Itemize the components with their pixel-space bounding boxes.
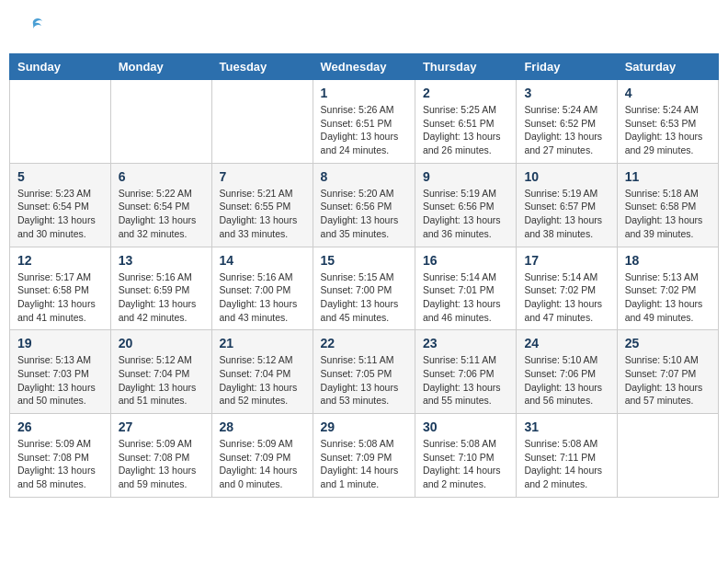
calendar-cell: 17Sunrise: 5:14 AM Sunset: 7:02 PM Dayli…	[517, 247, 617, 330]
calendar-cell	[10, 80, 111, 164]
day-number: 29	[321, 419, 407, 434]
calendar-cell: 16Sunrise: 5:14 AM Sunset: 7:01 PM Dayli…	[415, 247, 516, 330]
day-number: 23	[423, 336, 508, 350]
day-number: 6	[119, 169, 204, 184]
day-info: Sunrise: 5:08 AM Sunset: 7:10 PM Dayligh…	[423, 437, 508, 491]
calendar-week-row: 26Sunrise: 5:09 AM Sunset: 7:08 PM Dayli…	[10, 414, 719, 498]
day-number: 21	[220, 336, 305, 350]
day-info: Sunrise: 5:24 AM Sunset: 6:53 PM Dayligh…	[625, 103, 711, 157]
day-number: 30	[423, 419, 508, 434]
day-number: 7	[220, 169, 305, 184]
day-info: Sunrise: 5:10 AM Sunset: 7:06 PM Dayligh…	[524, 353, 609, 408]
day-info: Sunrise: 5:09 AM Sunset: 7:09 PM Dayligh…	[220, 437, 305, 491]
day-header-monday: Monday	[110, 54, 211, 80]
day-info: Sunrise: 5:26 AM Sunset: 6:51 PM Dayligh…	[321, 103, 407, 157]
day-info: Sunrise: 5:25 AM Sunset: 6:51 PM Dayligh…	[423, 103, 508, 157]
calendar-cell: 4Sunrise: 5:24 AM Sunset: 6:53 PM Daylig…	[617, 80, 718, 164]
day-info: Sunrise: 5:24 AM Sunset: 6:52 PM Dayligh…	[524, 103, 609, 157]
day-number: 3	[524, 86, 609, 100]
day-info: Sunrise: 5:16 AM Sunset: 6:59 PM Dayligh…	[119, 270, 204, 325]
day-number: 14	[220, 253, 305, 268]
day-info: Sunrise: 5:16 AM Sunset: 7:00 PM Dayligh…	[220, 270, 305, 325]
day-number: 31	[524, 419, 609, 434]
day-number: 20	[119, 336, 204, 350]
day-info: Sunrise: 5:13 AM Sunset: 7:02 PM Dayligh…	[625, 270, 711, 325]
day-header-friday: Friday	[517, 54, 617, 80]
day-info: Sunrise: 5:08 AM Sunset: 7:09 PM Dayligh…	[321, 437, 407, 491]
calendar-cell: 27Sunrise: 5:09 AM Sunset: 7:08 PM Dayli…	[110, 414, 211, 498]
day-info: Sunrise: 5:11 AM Sunset: 7:05 PM Dayligh…	[321, 353, 407, 408]
day-number: 22	[321, 336, 407, 350]
day-info: Sunrise: 5:19 AM Sunset: 6:56 PM Dayligh…	[423, 187, 508, 241]
day-number: 12	[17, 253, 103, 268]
day-header-thursday: Thursday	[415, 54, 516, 80]
day-number: 11	[625, 169, 711, 184]
day-info: Sunrise: 5:09 AM Sunset: 7:08 PM Dayligh…	[17, 437, 103, 491]
calendar-cell: 9Sunrise: 5:19 AM Sunset: 6:56 PM Daylig…	[415, 163, 516, 247]
day-header-sunday: Sunday	[10, 54, 111, 80]
day-info: Sunrise: 5:20 AM Sunset: 6:56 PM Dayligh…	[321, 187, 407, 241]
calendar-cell: 24Sunrise: 5:10 AM Sunset: 7:06 PM Dayli…	[517, 330, 617, 414]
day-info: Sunrise: 5:23 AM Sunset: 6:54 PM Dayligh…	[17, 187, 103, 241]
calendar-week-row: 5Sunrise: 5:23 AM Sunset: 6:54 PM Daylig…	[10, 163, 719, 247]
calendar-cell: 22Sunrise: 5:11 AM Sunset: 7:05 PM Dayli…	[313, 330, 415, 414]
day-header-wednesday: Wednesday	[313, 54, 415, 80]
day-info: Sunrise: 5:19 AM Sunset: 6:57 PM Dayligh…	[524, 187, 609, 241]
day-number: 18	[625, 253, 711, 268]
calendar-cell: 1Sunrise: 5:26 AM Sunset: 6:51 PM Daylig…	[313, 80, 415, 164]
page-header	[9, 9, 719, 44]
day-info: Sunrise: 5:11 AM Sunset: 7:06 PM Dayligh…	[423, 353, 508, 408]
day-number: 28	[220, 419, 305, 434]
calendar-week-row: 12Sunrise: 5:17 AM Sunset: 6:58 PM Dayli…	[10, 247, 719, 330]
day-info: Sunrise: 5:14 AM Sunset: 7:02 PM Dayligh…	[524, 270, 609, 325]
day-number: 4	[625, 86, 711, 100]
calendar-cell: 5Sunrise: 5:23 AM Sunset: 6:54 PM Daylig…	[10, 163, 111, 247]
calendar-cell: 29Sunrise: 5:08 AM Sunset: 7:09 PM Dayli…	[313, 414, 415, 498]
calendar-cell: 7Sunrise: 5:21 AM Sunset: 6:55 PM Daylig…	[211, 163, 313, 247]
logo	[18, 14, 46, 40]
calendar-cell: 3Sunrise: 5:24 AM Sunset: 6:52 PM Daylig…	[517, 80, 617, 164]
calendar-cell: 2Sunrise: 5:25 AM Sunset: 6:51 PM Daylig…	[415, 80, 516, 164]
calendar-cell: 31Sunrise: 5:08 AM Sunset: 7:11 PM Dayli…	[517, 414, 617, 498]
calendar-cell: 23Sunrise: 5:11 AM Sunset: 7:06 PM Dayli…	[415, 330, 516, 414]
calendar-cell: 25Sunrise: 5:10 AM Sunset: 7:07 PM Dayli…	[617, 330, 718, 414]
day-info: Sunrise: 5:21 AM Sunset: 6:55 PM Dayligh…	[220, 187, 305, 241]
day-info: Sunrise: 5:09 AM Sunset: 7:08 PM Dayligh…	[119, 437, 204, 491]
day-info: Sunrise: 5:18 AM Sunset: 6:58 PM Dayligh…	[625, 187, 711, 241]
calendar-cell: 6Sunrise: 5:22 AM Sunset: 6:54 PM Daylig…	[110, 163, 211, 247]
day-number: 13	[119, 253, 204, 268]
calendar-cell: 15Sunrise: 5:15 AM Sunset: 7:00 PM Dayli…	[313, 247, 415, 330]
day-number: 8	[321, 169, 407, 184]
calendar-week-row: 1Sunrise: 5:26 AM Sunset: 6:51 PM Daylig…	[10, 80, 719, 164]
day-number: 9	[423, 169, 508, 184]
calendar-cell: 26Sunrise: 5:09 AM Sunset: 7:08 PM Dayli…	[10, 414, 111, 498]
calendar-cell: 8Sunrise: 5:20 AM Sunset: 6:56 PM Daylig…	[313, 163, 415, 247]
calendar-cell: 13Sunrise: 5:16 AM Sunset: 6:59 PM Dayli…	[110, 247, 211, 330]
day-number: 15	[321, 253, 407, 268]
calendar-cell	[617, 414, 718, 498]
day-number: 5	[17, 169, 103, 184]
day-number: 1	[321, 86, 407, 100]
day-info: Sunrise: 5:08 AM Sunset: 7:11 PM Dayligh…	[524, 437, 609, 491]
calendar-cell: 11Sunrise: 5:18 AM Sunset: 6:58 PM Dayli…	[617, 163, 718, 247]
calendar-table: SundayMondayTuesdayWednesdayThursdayFrid…	[9, 53, 719, 498]
day-info: Sunrise: 5:15 AM Sunset: 7:00 PM Dayligh…	[321, 270, 407, 325]
day-number: 16	[423, 253, 508, 268]
day-number: 27	[119, 419, 204, 434]
calendar-header-row: SundayMondayTuesdayWednesdayThursdayFrid…	[10, 54, 719, 80]
day-number: 2	[423, 86, 508, 100]
calendar-cell	[110, 80, 211, 164]
day-number: 25	[625, 336, 711, 350]
day-number: 26	[17, 419, 103, 434]
day-header-saturday: Saturday	[617, 54, 718, 80]
logo-bird-icon	[20, 14, 46, 40]
calendar-cell	[211, 80, 313, 164]
day-number: 19	[17, 336, 103, 350]
day-header-tuesday: Tuesday	[211, 54, 313, 80]
day-info: Sunrise: 5:12 AM Sunset: 7:04 PM Dayligh…	[119, 353, 204, 408]
calendar-cell: 19Sunrise: 5:13 AM Sunset: 7:03 PM Dayli…	[10, 330, 111, 414]
day-info: Sunrise: 5:17 AM Sunset: 6:58 PM Dayligh…	[17, 270, 103, 325]
calendar-cell: 14Sunrise: 5:16 AM Sunset: 7:00 PM Dayli…	[211, 247, 313, 330]
day-info: Sunrise: 5:13 AM Sunset: 7:03 PM Dayligh…	[17, 353, 103, 408]
day-number: 17	[524, 253, 609, 268]
